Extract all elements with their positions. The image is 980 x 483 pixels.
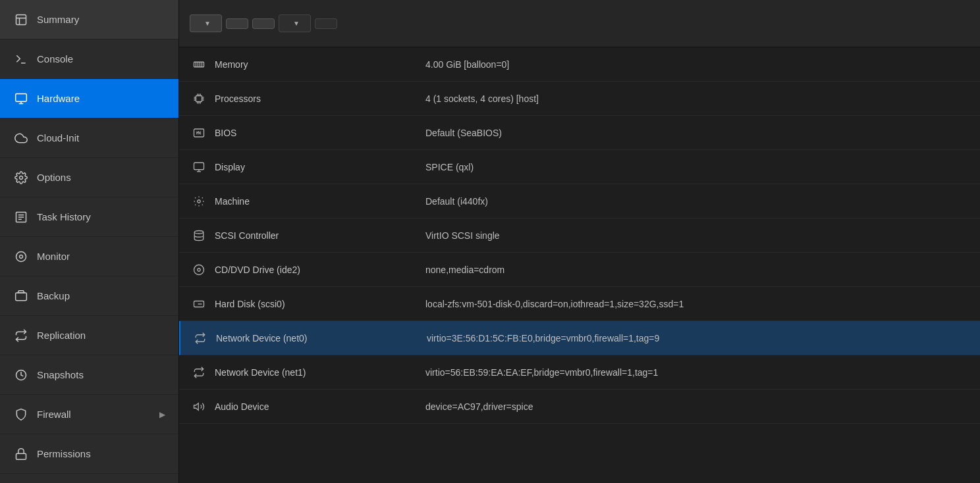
sidebar-item-console[interactable]: Console xyxy=(0,39,178,79)
hardware-row-network-net1[interactable]: Network Device (net1)virtio=56:EB:59:EA:… xyxy=(179,355,980,390)
disk-action-chevron-icon: ▼ xyxy=(293,20,300,27)
hardware-row-cdvd-drive[interactable]: CD/DVD Drive (ide2)none,media=cdrom xyxy=(179,253,980,287)
sidebar-item-label-console: Console xyxy=(37,53,73,64)
svg-rect-14 xyxy=(16,293,27,301)
scsi-controller-row-value: VirtIO SCSI single xyxy=(425,230,969,241)
machine-row-name: Machine xyxy=(215,196,425,207)
sidebar-item-label-backup: Backup xyxy=(37,290,70,301)
monitor-icon xyxy=(13,249,29,265)
options-icon xyxy=(13,170,29,186)
cdvd-drive-row-value: none,media=cdrom xyxy=(425,265,969,275)
svg-rect-16 xyxy=(16,453,26,459)
sidebar-item-summary[interactable]: Summary xyxy=(0,0,178,39)
sidebar-item-firewall[interactable]: Firewall▶ xyxy=(0,395,178,434)
machine-row-value: Default (i440fx) xyxy=(425,196,969,207)
svg-point-7 xyxy=(20,176,23,179)
scsi-controller-row-icon xyxy=(190,226,208,245)
disk-action-button[interactable]: ▼ xyxy=(279,14,311,32)
audio-row-value: device=AC97,driver=spice xyxy=(425,401,969,412)
sidebar-item-task-history[interactable]: Task History xyxy=(0,197,178,237)
bios-row-icon xyxy=(190,124,208,142)
remove-button[interactable] xyxy=(226,18,248,29)
firewall-expand-arrow-icon: ▶ xyxy=(159,410,165,419)
permissions-icon xyxy=(13,446,29,462)
hardware-icon xyxy=(13,91,29,107)
cloud-init-icon xyxy=(13,130,29,146)
hardware-row-bios[interactable]: BIOSDefault (SeaBIOS) xyxy=(179,116,980,150)
add-button[interactable]: ▼ xyxy=(190,14,222,32)
display-row-icon xyxy=(190,158,208,176)
snapshots-icon xyxy=(13,367,29,383)
sidebar-item-monitor[interactable]: Monitor xyxy=(0,237,178,276)
svg-rect-0 xyxy=(16,14,26,24)
sidebar-item-snapshots[interactable]: Snapshots xyxy=(0,355,178,395)
processors-row-name: Processors xyxy=(215,93,425,104)
network-net0-row-value: virtio=3E:56:D1:5C:FB:E0,bridge=vmbr0,fi… xyxy=(427,333,969,343)
hardware-row-processors[interactable]: Processors4 (1 sockets, 4 cores) [host] xyxy=(179,82,980,116)
sidebar-item-backup[interactable]: Backup xyxy=(0,276,178,316)
memory-row-name: Memory xyxy=(215,59,425,70)
hardware-row-network-net0[interactable]: Network Device (net0)virtio=3E:56:D1:5C:… xyxy=(179,321,980,355)
svg-rect-22 xyxy=(196,95,202,101)
processors-row-icon xyxy=(190,89,208,108)
hardware-row-machine[interactable]: MachineDefault (i440fx) xyxy=(179,184,980,218)
sidebar-item-cloud-init[interactable]: Cloud-Init xyxy=(0,118,178,158)
audio-row-name: Audio Device xyxy=(215,401,425,412)
revert-button[interactable] xyxy=(315,18,337,29)
sidebar-item-hardware[interactable]: Hardware xyxy=(0,79,178,118)
sidebar: SummaryConsoleHardwareCloud-InitOptionsT… xyxy=(0,0,179,483)
scsi-controller-row-name: SCSI Controller xyxy=(215,230,425,241)
display-row-value: SPICE (qxl) xyxy=(425,162,969,172)
hardware-row-display[interactable]: DisplaySPICE (qxl) xyxy=(179,150,980,184)
sidebar-item-label-cloud-init: Cloud-Init xyxy=(37,132,79,143)
sidebar-item-label-replication: Replication xyxy=(37,330,86,341)
toolbar: ▼ ▼ xyxy=(179,0,980,47)
sidebar-item-label-options: Options xyxy=(37,172,71,183)
sidebar-item-label-firewall: Firewall xyxy=(37,409,71,420)
sidebar-item-options[interactable]: Options xyxy=(0,158,178,197)
bios-row-value: Default (SeaBIOS) xyxy=(425,128,969,138)
svg-line-39 xyxy=(200,131,202,132)
svg-point-13 xyxy=(20,255,23,258)
add-chevron-icon: ▼ xyxy=(204,20,211,27)
memory-row-icon xyxy=(190,55,208,74)
backup-icon xyxy=(13,288,29,304)
hardware-row-audio[interactable]: Audio Devicedevice=AC97,driver=spice xyxy=(179,390,980,424)
sidebar-item-replication[interactable]: Replication xyxy=(0,316,178,355)
hardware-table: Memory4.00 GiB [balloon=0]Processors4 (1… xyxy=(179,47,980,483)
hardware-row-scsi-controller[interactable]: SCSI ControllerVirtIO SCSI single xyxy=(179,218,980,253)
edit-button[interactable] xyxy=(252,18,275,29)
svg-marker-51 xyxy=(194,403,199,410)
machine-row-icon xyxy=(190,192,208,211)
memory-row-value: 4.00 GiB [balloon=0] xyxy=(425,59,969,70)
hardware-row-hard-disk[interactable]: Hard Disk (scsi0)local-zfs:vm-501-disk-0… xyxy=(179,287,980,321)
task-history-icon xyxy=(13,209,29,225)
sidebar-item-label-permissions: Permissions xyxy=(37,448,91,459)
hardware-row-memory[interactable]: Memory4.00 GiB [balloon=0] xyxy=(179,47,980,82)
network-net0-row-icon xyxy=(191,329,209,347)
network-net1-row-icon xyxy=(190,363,208,382)
svg-rect-4 xyxy=(16,93,27,101)
svg-point-46 xyxy=(194,265,204,274)
sidebar-item-label-task-history: Task History xyxy=(37,211,91,222)
hard-disk-row-value: local-zfs:vm-501-disk-0,discard=on,iothr… xyxy=(425,299,969,309)
replication-icon xyxy=(13,328,29,343)
sidebar-item-label-summary: Summary xyxy=(37,14,79,25)
bios-row-name: BIOS xyxy=(215,128,425,138)
hard-disk-row-name: Hard Disk (scsi0) xyxy=(215,299,425,309)
display-row-name: Display xyxy=(215,162,425,172)
sidebar-item-permissions[interactable]: Permissions xyxy=(0,434,178,474)
network-net1-row-value: virtio=56:EB:59:EA:EA:EF,bridge=vmbr0,fi… xyxy=(425,367,969,378)
firewall-icon xyxy=(13,407,29,422)
cdvd-drive-row-icon xyxy=(190,261,208,279)
sidebar-item-label-monitor: Monitor xyxy=(37,251,70,262)
svg-line-40 xyxy=(200,133,202,134)
console-icon xyxy=(13,51,29,67)
network-net1-row-name: Network Device (net1) xyxy=(215,367,425,378)
summary-icon xyxy=(13,12,29,28)
svg-rect-17 xyxy=(194,62,204,67)
processors-row-value: 4 (1 sockets, 4 cores) [host] xyxy=(425,93,969,104)
audio-row-icon xyxy=(190,397,208,416)
main-content: ▼ ▼ Memory4.00 GiB [balloon=0]Processors… xyxy=(179,0,980,483)
sidebar-item-label-hardware: Hardware xyxy=(37,93,80,104)
